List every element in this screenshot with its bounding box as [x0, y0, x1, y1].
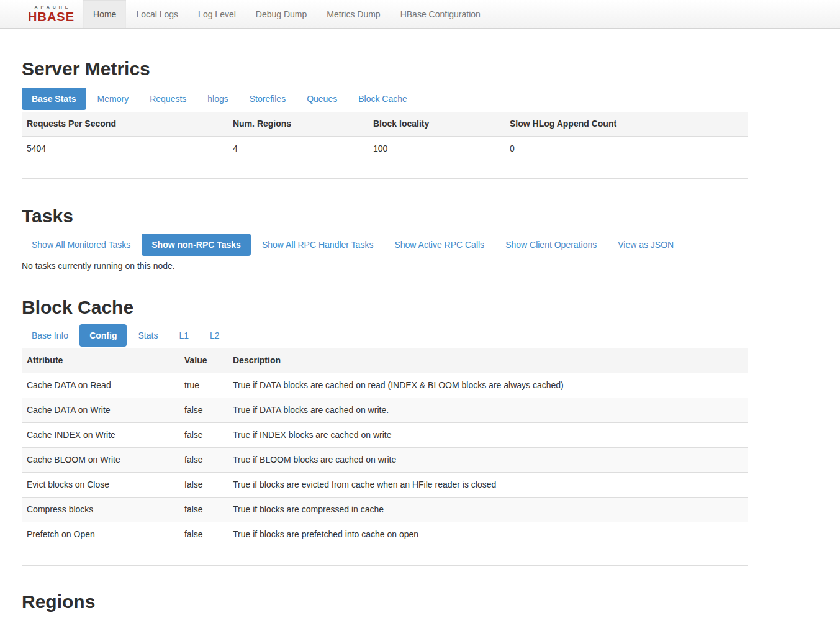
- regions-title: Regions: [22, 591, 748, 612]
- value-cell: true: [179, 373, 228, 398]
- button-show-client-operations[interactable]: Show Client Operations: [495, 234, 607, 256]
- table-row: Evict blocks on Close false True if bloc…: [22, 473, 748, 498]
- server-metrics-title: Server Metrics: [22, 58, 748, 80]
- server-metrics-table: Requests Per Second Num. Regions Block l…: [22, 112, 748, 179]
- tab-l2[interactable]: L2: [200, 324, 230, 347]
- top-navbar: APACHE HBASE Home Local Logs Log Level D…: [0, 0, 840, 29]
- tab-hlogs[interactable]: hlogs: [197, 88, 238, 110]
- table-row: Compress blocks false True if blocks are…: [22, 498, 748, 522]
- attribute-cell: Evict blocks on Close: [22, 473, 179, 498]
- hbase-logo-text: HBASE: [28, 11, 75, 24]
- block-cache-config-table: Attribute Value Description Cache DATA o…: [22, 348, 748, 566]
- column-header-value: Value: [179, 348, 228, 373]
- description-cell: True if blocks are evicted from cache wh…: [228, 473, 748, 498]
- attribute-cell: Prefetch on Open: [22, 522, 179, 547]
- tasks-section: Tasks Show All Monitored Tasks Show non-…: [22, 206, 748, 271]
- tab-memory[interactable]: Memory: [88, 88, 139, 110]
- slow-hlog-append-count-value: 0: [505, 137, 748, 161]
- tab-stats[interactable]: Stats: [128, 324, 168, 347]
- block-cache-tabs: Base Info Config Stats L1 L2: [22, 324, 748, 347]
- tab-requests[interactable]: Requests: [140, 88, 196, 110]
- nav-item-debug-dump[interactable]: Debug Dump: [246, 0, 317, 28]
- attribute-cell: Cache DATA on Write: [22, 398, 179, 423]
- table-row: Cache INDEX on Write false True if INDEX…: [22, 423, 748, 448]
- description-cell: True if DATA blocks are cached on write.: [228, 398, 748, 423]
- attribute-cell: Cache INDEX on Write: [22, 423, 179, 448]
- button-view-as-json[interactable]: View as JSON: [608, 234, 684, 256]
- description-cell: True if blocks are compressed in cache: [228, 498, 748, 522]
- nav-item-hbase-configuration[interactable]: HBase Configuration: [391, 0, 490, 28]
- nav-item-home[interactable]: Home: [83, 0, 126, 28]
- tab-base-stats[interactable]: Base Stats: [22, 88, 86, 110]
- column-header-num-regions: Num. Regions: [228, 112, 368, 137]
- table-spacer-row: [22, 547, 748, 566]
- button-show-non-rpc-tasks[interactable]: Show non-RPC Tasks: [142, 234, 251, 256]
- description-cell: True if blocks are prefetched into cache…: [228, 522, 748, 547]
- value-cell: false: [179, 498, 228, 522]
- description-cell: True if INDEX blocks are cached on write: [228, 423, 748, 448]
- tasks-title: Tasks: [22, 206, 748, 227]
- tasks-empty-message: No tasks currently running on this node.: [22, 260, 748, 271]
- num-regions-value: 4: [228, 137, 368, 161]
- description-cell: True if BLOOM blocks are cached on write: [228, 448, 748, 473]
- tab-block-cache[interactable]: Block Cache: [348, 88, 417, 110]
- table-row: Cache DATA on Write false True if DATA b…: [22, 398, 748, 423]
- tab-l1[interactable]: L1: [169, 324, 199, 347]
- attribute-cell: Compress blocks: [22, 498, 179, 522]
- table-header-row: Attribute Value Description: [22, 348, 748, 373]
- attribute-cell: Cache DATA on Read: [22, 373, 179, 398]
- server-metrics-tabs: Base Stats Memory Requests hlogs Storefi…: [22, 88, 748, 110]
- table-row: 5404 4 100 0: [22, 137, 748, 161]
- tasks-filter-buttons: Show All Monitored Tasks Show non-RPC Ta…: [22, 234, 748, 256]
- regions-section: Regions: [22, 591, 748, 618]
- requests-per-second-value: 5404: [22, 137, 228, 161]
- server-metrics-section: Server Metrics Base Stats Memory Request…: [22, 58, 748, 179]
- description-cell: True if DATA blocks are cached on read (…: [228, 373, 748, 398]
- column-header-description: Description: [228, 348, 748, 373]
- column-header-attribute: Attribute: [22, 348, 179, 373]
- value-cell: false: [179, 473, 228, 498]
- button-show-all-monitored-tasks[interactable]: Show All Monitored Tasks: [22, 234, 140, 256]
- attribute-cell: Cache BLOOM on Write: [22, 448, 179, 473]
- table-header-row: Requests Per Second Num. Regions Block l…: [22, 112, 748, 137]
- table-row: Prefetch on Open false True if blocks ar…: [22, 522, 748, 547]
- table-row: Cache DATA on Read true True if DATA blo…: [22, 373, 748, 398]
- value-cell: false: [179, 522, 228, 547]
- value-cell: false: [179, 448, 228, 473]
- tab-storefiles[interactable]: Storefiles: [240, 88, 296, 110]
- block-cache-section: Block Cache Base Info Config Stats L1 L2…: [22, 297, 748, 566]
- navbar-menu: Home Local Logs Log Level Debug Dump Met…: [83, 0, 490, 28]
- block-cache-title: Block Cache: [22, 297, 748, 318]
- tab-config[interactable]: Config: [79, 324, 127, 347]
- value-cell: false: [179, 398, 228, 423]
- nav-item-log-level[interactable]: Log Level: [188, 0, 246, 28]
- hbase-logo-apache-text: APACHE: [34, 5, 71, 9]
- column-header-requests-per-second: Requests Per Second: [22, 112, 228, 137]
- value-cell: false: [179, 423, 228, 448]
- button-show-all-rpc-handler-tasks[interactable]: Show All RPC Handler Tasks: [252, 234, 383, 256]
- tab-queues[interactable]: Queues: [297, 88, 347, 110]
- column-header-block-locality: Block locality: [368, 112, 505, 137]
- table-row: Cache BLOOM on Write false True if BLOOM…: [22, 448, 748, 473]
- block-locality-value: 100: [368, 137, 505, 161]
- table-spacer-row: [22, 161, 748, 179]
- hbase-logo[interactable]: APACHE HBASE: [28, 0, 83, 28]
- nav-item-local-logs[interactable]: Local Logs: [126, 0, 188, 28]
- column-header-slow-hlog-append-count: Slow HLog Append Count: [505, 112, 748, 137]
- button-show-active-rpc-calls[interactable]: Show Active RPC Calls: [384, 234, 494, 256]
- tab-base-info[interactable]: Base Info: [22, 324, 78, 347]
- nav-item-metrics-dump[interactable]: Metrics Dump: [317, 0, 390, 28]
